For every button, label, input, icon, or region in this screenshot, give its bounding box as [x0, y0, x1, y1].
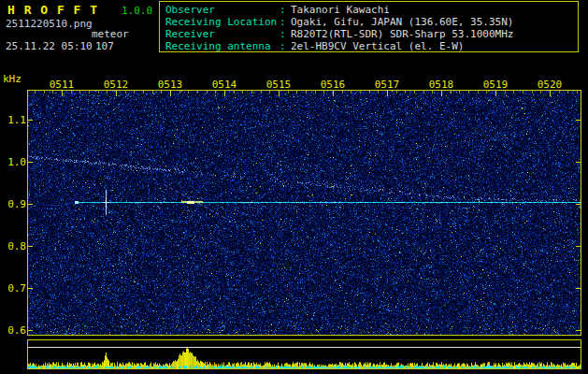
station-info-box: Observer:Takanori Kawachi Receiving Loca…: [159, 1, 579, 52]
freq-tick-label: 1.1: [2, 114, 26, 126]
freq-axis-unit: kHz: [3, 73, 22, 85]
info-value: R820T2(RTL-SDR) SDR-Sharp 53.1000MHz: [291, 28, 513, 40]
info-value: Ogaki, Gifu, JAPAN (136.60E, 35.35N): [291, 16, 513, 28]
freq-tick-label: 1.0: [2, 156, 26, 168]
info-separator: :: [280, 4, 291, 16]
freq-tick-label: 0.8: [2, 240, 26, 252]
observation-datetime: 25.11.22 05:10: [6, 40, 93, 52]
info-row-antenna: Receiving antenna:2el-HB9CV Vertical (el…: [165, 40, 578, 52]
info-value: 2el-HB9CV Vertical (el. E-W): [291, 40, 464, 52]
app-title: H R O F F T: [7, 3, 98, 17]
info-separator: :: [280, 28, 291, 40]
echo-count: 107: [95, 40, 114, 52]
app-version: 1.0.0: [122, 5, 152, 17]
signal-level-canvas: [28, 340, 581, 368]
observation-mode: meteor: [92, 28, 129, 40]
info-label: Observer: [165, 4, 280, 16]
signal-level-frame: [27, 339, 581, 369]
info-separator: :: [280, 16, 291, 28]
info-row-observer: Observer:Takanori Kawachi: [165, 4, 578, 16]
info-label: Receiving Location: [165, 16, 280, 28]
freq-tick-label: 0.9: [2, 198, 26, 210]
spectrogram-canvas: [28, 91, 581, 335]
output-filename: 2511220510.png: [6, 18, 93, 30]
info-label: Receiving antenna: [165, 40, 280, 52]
hrofft-output: H R O F F T 1.0.0 2511220510.png meteor …: [0, 0, 588, 374]
info-separator: :: [280, 40, 291, 52]
freq-tick-label: 0.6: [2, 324, 26, 337]
freq-tick-label: 0.7: [2, 282, 26, 295]
info-row-receiver: Receiver:R820T2(RTL-SDR) SDR-Sharp 53.10…: [165, 28, 578, 40]
spectrogram-frame: [27, 90, 581, 336]
info-label: Receiver: [165, 28, 280, 40]
info-row-location: Receiving Location:Ogaki, Gifu, JAPAN (1…: [165, 16, 578, 28]
info-value: Takanori Kawachi: [291, 4, 390, 16]
